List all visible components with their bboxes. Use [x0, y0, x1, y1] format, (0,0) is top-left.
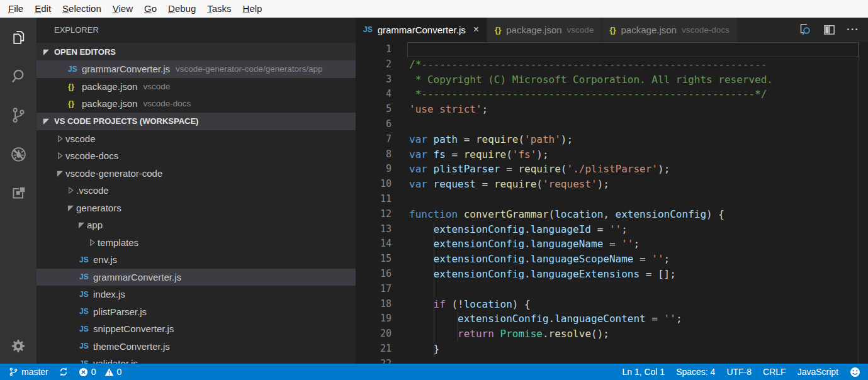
sidebar-title: EXPLORER — [37, 18, 356, 43]
tree-item[interactable]: JSgrammarConverter.js — [37, 269, 356, 286]
code-line: 18 if (!location) { — [356, 297, 868, 312]
line-content: extensionConfig.languageName = ''; — [409, 237, 640, 252]
js-file-icon: JS — [363, 25, 373, 34]
menu-item-debug[interactable]: Debug — [162, 0, 201, 18]
line-number: 10 — [356, 177, 392, 192]
source-control-icon[interactable] — [0, 96, 37, 135]
indent-guide — [434, 327, 434, 342]
open-editor-item[interactable]: JSgrammarConverter.jsvscode-generator-co… — [37, 60, 356, 78]
line-number: 17 — [356, 282, 392, 297]
line-number: 8 — [356, 147, 392, 162]
line-content: extensionConfig.languageId = ''; — [409, 222, 628, 237]
tabs: JSgrammarConverter.js×{}package.jsonvsco… — [356, 18, 738, 42]
menu-item-edit[interactable]: Edit — [29, 0, 57, 18]
code-line: 17 — [356, 282, 868, 297]
status-left: master 0 0 — [0, 367, 132, 377]
line-number: 13 — [356, 222, 392, 237]
search-icon[interactable] — [0, 57, 37, 96]
indent-guide — [458, 311, 458, 327]
tree-item[interactable]: JSplistParser.js — [37, 303, 356, 321]
tree-item[interactable]: vscode-docs — [37, 147, 356, 165]
menu-item-selection[interactable]: Selection — [57, 0, 107, 18]
tree-item[interactable]: app — [37, 216, 356, 234]
split-editor-icon[interactable] — [821, 22, 837, 37]
tree-item[interactable]: JSindex.js — [37, 286, 356, 303]
js-file-icon: JS — [79, 325, 93, 333]
workspace-header[interactable]: VS CODE PROJECTS (WORKSPACE) — [37, 113, 356, 130]
code-editor[interactable]: 12/*------------------------------------… — [356, 42, 868, 364]
explorer-files-icon[interactable] — [0, 18, 37, 57]
open-editor-description: vscode — [143, 82, 170, 91]
line-number: 9 — [356, 162, 392, 177]
menu-item-go[interactable]: Go — [138, 0, 162, 18]
tree-item[interactable]: templates — [37, 234, 356, 252]
debug-disabled-icon[interactable] — [0, 135, 37, 174]
line-content: return Promise.resolve(); — [409, 327, 609, 342]
git-branch-status[interactable]: master — [9, 367, 48, 377]
status-item-spaces-4[interactable]: Spaces: 4 — [676, 367, 715, 377]
tree-item[interactable]: generators — [37, 199, 356, 217]
code-line: 10var request = require('request'); — [356, 177, 868, 192]
chevron-collapsed-icon — [89, 239, 98, 246]
line-number: 1 — [356, 42, 392, 57]
extensions-icon[interactable] — [0, 174, 37, 213]
indent-guide — [434, 342, 434, 357]
tree-item-name: grammarConverter.js — [93, 272, 181, 282]
open-editors-header[interactable]: OPEN EDITORS — [37, 43, 356, 60]
line-number: 4 — [356, 87, 392, 102]
feedback-smiley-icon[interactable] — [850, 367, 860, 377]
line-content: 'use strict'; — [409, 102, 488, 117]
chevron-expanded-icon — [78, 221, 87, 228]
status-item-utf-8[interactable]: UTF-8 — [726, 367, 752, 377]
line-number: 15 — [356, 252, 392, 267]
json-file-icon: {} — [609, 25, 616, 35]
menu-item-help[interactable]: Help — [237, 0, 268, 18]
branch-name: master — [21, 367, 48, 377]
open-editor-item[interactable]: {}package.jsonvscode — [37, 78, 356, 96]
error-icon — [79, 367, 88, 377]
tree-item[interactable]: vscode — [37, 130, 356, 148]
editor-actions: ··· — [798, 18, 868, 42]
tab-package.json[interactable]: {}package.jsonvscode — [487, 18, 602, 42]
line-content: var plistParser = require('./plistParser… — [409, 162, 670, 177]
explorer-sidebar: EXPLORER OPEN EDITORS JSgrammarConverter… — [37, 18, 356, 364]
status-right: Ln 1, Col 1Spaces: 4UTF-8CRLFJavaScript — [622, 367, 868, 377]
warning-icon — [104, 367, 114, 377]
line-content: * Copyright (C) Microsoft Corporation. A… — [409, 72, 773, 87]
code-line: 3 * Copyright (C) Microsoft Corporation.… — [356, 72, 868, 87]
tree-item[interactable]: JSvalidator.js — [37, 355, 356, 364]
code-line: 16 extensionConfig.languageExtensions = … — [356, 267, 868, 282]
code-line: 11 — [356, 192, 868, 207]
code-line: 9var plistParser = require('./plistParse… — [356, 162, 868, 177]
chevron-collapsed-icon — [57, 152, 65, 159]
status-item-javascript[interactable]: JavaScript — [798, 367, 838, 377]
tree-item[interactable]: JSthemeConverter.js — [37, 338, 356, 355]
close-icon[interactable]: × — [473, 25, 479, 35]
menu-item-tasks[interactable]: Tasks — [201, 0, 237, 18]
file-tree: vscodevscode-docsvscode-generator-code.v… — [37, 130, 356, 364]
problems-status[interactable]: 0 0 — [79, 367, 122, 377]
settings-gear-icon[interactable] — [0, 328, 37, 364]
menu-item-view[interactable]: View — [107, 0, 138, 18]
chevron-expanded-icon — [43, 118, 52, 125]
line-content: extensionConfig.languageContent = ''; — [409, 311, 682, 327]
tree-item[interactable]: JSenv.js — [37, 251, 356, 269]
sync-button[interactable] — [59, 367, 69, 377]
chevron-expanded-icon — [57, 170, 65, 177]
tab-grammarConverter.js[interactable]: JSgrammarConverter.js× — [356, 18, 487, 42]
tree-item[interactable]: vscode-generator-code — [37, 165, 356, 182]
line-content: function convertGrammar(location, extens… — [409, 207, 724, 222]
tree-item[interactable]: .vscode — [37, 182, 356, 199]
indent-guide — [434, 297, 434, 312]
line-number: 14 — [356, 237, 392, 252]
status-item-crlf[interactable]: CRLF — [763, 367, 786, 377]
status-item-ln-1-col-1[interactable]: Ln 1, Col 1 — [622, 367, 665, 377]
menu-item-file[interactable]: File — [3, 0, 29, 18]
js-file-icon: JS — [79, 272, 93, 281]
chevron-expanded-icon — [43, 48, 52, 55]
tree-item[interactable]: JSsnippetConverter.js — [37, 320, 356, 338]
more-actions-icon[interactable]: ··· — [845, 22, 860, 37]
tab-package.json[interactable]: {}package.jsonvscode-docs — [602, 18, 737, 42]
file-search-icon[interactable] — [798, 22, 813, 37]
open-editor-item[interactable]: {}package.jsonvscode-docs — [37, 95, 356, 113]
